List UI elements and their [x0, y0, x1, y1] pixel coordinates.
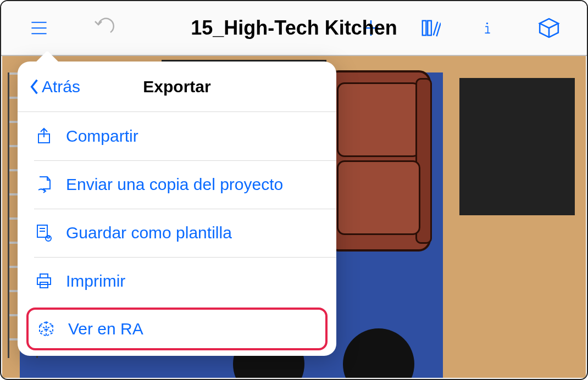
plus-icon	[360, 17, 382, 39]
top-toolbar: 15_High-Tech Kitchen	[1, 1, 587, 56]
menu-item-label: Enviar una copia del proyecto	[66, 175, 283, 194]
menu-item-print[interactable]: Imprimir	[18, 257, 336, 305]
template-icon	[34, 223, 54, 243]
document-send-icon	[34, 175, 54, 194]
books-icon	[420, 17, 441, 39]
svg-rect-5	[423, 21, 426, 36]
library-button[interactable]	[417, 15, 443, 41]
undo-icon	[93, 17, 115, 39]
svg-marker-11	[540, 19, 558, 28]
menu-item-save-template[interactable]: Guardar como plantilla	[18, 209, 336, 257]
export-popover: Atrás Exportar Compartir	[18, 62, 336, 356]
furniture-sofa	[326, 70, 431, 252]
menu-icon	[28, 19, 50, 37]
share-icon	[34, 126, 54, 146]
menu-item-label: Ver en RA	[68, 320, 143, 338]
add-button[interactable]	[358, 15, 384, 41]
svg-rect-20	[40, 274, 48, 278]
svg-point-9	[486, 23, 488, 24]
info-button[interactable]	[476, 15, 503, 41]
svg-rect-21	[37, 278, 51, 284]
ar-icon	[36, 319, 56, 339]
view3d-button[interactable]	[536, 15, 562, 41]
back-button[interactable]: Atrás	[18, 77, 80, 96]
back-label: Atrás	[42, 77, 80, 96]
menu-item-label: Compartir	[66, 127, 138, 146]
export-menu: Compartir Enviar una copia del proyecto	[18, 112, 336, 350]
menu-button[interactable]	[26, 15, 52, 41]
menu-item-label: Guardar como plantilla	[66, 223, 232, 242]
menu-item-share[interactable]: Compartir	[18, 112, 336, 160]
undo-button[interactable]	[91, 15, 117, 41]
furniture-appliance	[459, 78, 575, 215]
menu-item-view-ar[interactable]: Ver en RA	[26, 308, 328, 350]
svg-point-19	[47, 236, 49, 238]
chevron-left-icon	[30, 79, 40, 95]
menu-item-send-copy[interactable]: Enviar una copia del proyecto	[18, 160, 336, 209]
cube-icon	[537, 16, 561, 40]
svg-rect-6	[428, 21, 431, 36]
info-icon	[482, 17, 497, 39]
printer-icon	[34, 271, 54, 291]
popover-header: Atrás Exportar	[18, 62, 336, 112]
menu-item-label: Imprimir	[66, 272, 125, 290]
